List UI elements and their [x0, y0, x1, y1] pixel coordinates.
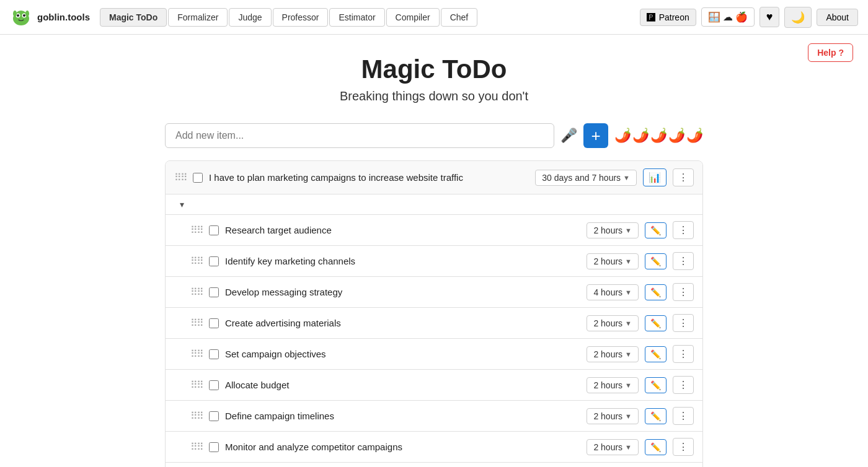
- edit-button[interactable]: ✏️: [645, 408, 666, 424]
- windows-icon[interactable]: 🪟: [708, 11, 720, 23]
- child-task-checkbox[interactable]: [209, 318, 219, 328]
- platform-icons: 🪟 ☁ 🍎: [701, 7, 755, 27]
- child-duration-value: 2 hours: [593, 225, 622, 235]
- android-icon[interactable]: ☁: [723, 11, 733, 23]
- pepper-1[interactable]: 🌶️: [614, 128, 631, 144]
- edit-button[interactable]: ✏️: [645, 253, 666, 269]
- child-task-duration[interactable]: 2 hours ▼: [587, 222, 639, 238]
- page-subtitle: Breaking things down so you don't: [165, 89, 703, 103]
- add-item-row: 🎤 + 🌶️ 🌶️ 🌶️ 🌶️ 🌶️: [165, 123, 703, 148]
- child-duration-value: 2 hours: [593, 380, 622, 390]
- heart-button[interactable]: ♥: [760, 7, 780, 27]
- nav-right: 🅿 Patreon 🪟 ☁ 🍎 ♥ 🌙 About: [640, 7, 858, 28]
- child-task-duration[interactable]: 2 hours ▼: [587, 253, 639, 269]
- pepper-5[interactable]: 🌶️: [686, 128, 703, 144]
- child-task: ⠿⠿ Allocate budget 2 hours ▼ ✏️ ⋮: [166, 370, 702, 401]
- edit-button[interactable]: ✏️: [645, 439, 666, 455]
- chart-button[interactable]: 📊: [643, 168, 666, 186]
- collapse-button[interactable]: ▾: [174, 197, 189, 212]
- child-menu-button[interactable]: ⋮: [673, 314, 694, 332]
- drag-handle-child[interactable]: ⠿⠿: [190, 348, 203, 360]
- child-task-checkbox[interactable]: [209, 225, 219, 235]
- child-task-text: Monitor and analyze competitor campaigns: [225, 442, 580, 452]
- child-menu-button[interactable]: ⋮: [673, 407, 694, 425]
- about-button[interactable]: About: [817, 9, 858, 26]
- child-task-duration[interactable]: 2 hours ▼: [587, 346, 639, 362]
- logo[interactable]: goblin.tools: [10, 6, 90, 28]
- parent-task-checkbox[interactable]: [193, 173, 203, 183]
- child-menu-button[interactable]: ⋮: [673, 376, 694, 394]
- child-task-checkbox[interactable]: [209, 256, 219, 266]
- parent-duration-arrow: ▼: [623, 174, 630, 181]
- child-task-checkbox[interactable]: [209, 349, 219, 359]
- child-menu-button[interactable]: ⋮: [673, 283, 694, 301]
- edit-button[interactable]: ✏️: [645, 377, 666, 393]
- help-button[interactable]: Help ?: [808, 43, 853, 62]
- child-task-duration[interactable]: 2 hours ▼: [587, 315, 639, 331]
- main-content: Magic ToDo Breaking things down so you d…: [155, 35, 713, 467]
- nav-tab-chef[interactable]: Chef: [441, 8, 478, 27]
- nav-tab-magic-todo[interactable]: Magic ToDo: [100, 8, 167, 27]
- child-task: ⠿⠿ Develop messaging strategy 4 hours ▼ …: [166, 277, 702, 308]
- pepper-3[interactable]: 🌶️: [650, 128, 667, 144]
- drag-handle-child[interactable]: ⠿⠿: [190, 441, 203, 453]
- child-duration-arrow: ▼: [625, 289, 632, 296]
- child-task-checkbox[interactable]: [209, 411, 219, 421]
- add-item-input[interactable]: [165, 123, 554, 148]
- parent-task-duration[interactable]: 30 days and 7 hours ▼: [535, 170, 637, 186]
- parent-duration-value: 30 days and 7 hours: [542, 173, 621, 183]
- nav-tab-judge[interactable]: Judge: [229, 8, 271, 27]
- parent-task-text: I have to plan marketing campaigns to in…: [209, 172, 529, 183]
- drag-handle-child[interactable]: ⠿⠿: [190, 317, 203, 329]
- child-menu-button[interactable]: ⋮: [673, 221, 694, 239]
- nav-tab-compiler[interactable]: Compiler: [386, 8, 440, 27]
- dark-mode-button[interactable]: 🌙: [784, 7, 812, 28]
- child-task: ⠿⠿ Identify key marketing channels 2 hou…: [166, 246, 702, 277]
- nav-tab-professor[interactable]: Professor: [273, 8, 329, 27]
- nav-tab-estimator[interactable]: Estimator: [329, 8, 384, 27]
- child-duration-value: 2 hours: [593, 411, 622, 421]
- drag-handle-child[interactable]: ⠿⠿: [190, 286, 203, 298]
- svg-point-5: [23, 14, 25, 17]
- child-task-duration[interactable]: 2 hours ▼: [587, 377, 639, 393]
- pepper-2[interactable]: 🌶️: [632, 128, 649, 144]
- nav-tabs: Magic ToDo Formalizer Judge Professor Es…: [100, 8, 477, 27]
- child-duration-value: 2 hours: [593, 349, 622, 359]
- apple-icon[interactable]: 🍎: [735, 11, 748, 23]
- parent-menu-button[interactable]: ⋮: [673, 168, 694, 186]
- svg-point-6: [13, 11, 17, 17]
- child-task-duration[interactable]: 2 hours ▼: [587, 408, 639, 424]
- logo-text: goblin.tools: [37, 12, 90, 22]
- edit-button[interactable]: ✏️: [645, 284, 666, 300]
- microphone-button[interactable]: 🎤: [560, 128, 577, 144]
- child-task: ⠿⠿ Research target audience 2 hours ▼ ✏️…: [166, 215, 702, 246]
- child-task-duration[interactable]: 2 hours ▼: [587, 439, 639, 455]
- child-task-text: Define campaign timelines: [225, 411, 580, 421]
- pepper-4[interactable]: 🌶️: [668, 128, 685, 144]
- drag-handle-child[interactable]: ⠿⠿: [190, 379, 203, 391]
- chevron-down-icon: ▾: [180, 199, 184, 209]
- child-task: ⠿⠿ Monitor and analyze competitor campai…: [166, 432, 702, 463]
- child-menu-button[interactable]: ⋮: [673, 438, 694, 456]
- child-task-checkbox[interactable]: [209, 442, 219, 452]
- drag-handle-child[interactable]: ⠿⠿: [190, 224, 203, 236]
- child-menu-button[interactable]: ⋮: [673, 345, 694, 363]
- child-task-checkbox[interactable]: [209, 287, 219, 297]
- edit-button[interactable]: ✏️: [645, 222, 666, 238]
- drag-handle-child[interactable]: ⠿⠿: [190, 255, 203, 267]
- add-item-button[interactable]: +: [583, 123, 608, 148]
- spice-level[interactable]: 🌶️ 🌶️ 🌶️ 🌶️ 🌶️: [614, 128, 703, 144]
- patreon-button[interactable]: 🅿 Patreon: [640, 9, 696, 26]
- edit-button[interactable]: ✏️: [645, 346, 666, 362]
- child-menu-button[interactable]: ⋮: [673, 252, 694, 270]
- parent-task: ⠿⠿ I have to plan marketing campaigns to…: [166, 161, 702, 194]
- nav-tab-formalizer[interactable]: Formalizer: [168, 8, 228, 27]
- drag-handle-parent[interactable]: ⠿⠿: [174, 172, 187, 183]
- edit-button[interactable]: ✏️: [645, 315, 666, 331]
- child-duration-arrow: ▼: [625, 443, 632, 451]
- child-task-checkbox[interactable]: [209, 380, 219, 390]
- drag-handle-child[interactable]: ⠿⠿: [190, 410, 203, 422]
- child-task-duration[interactable]: 4 hours ▼: [587, 284, 639, 300]
- child-task-text: Research target audience: [225, 225, 580, 235]
- child-task: ⠿⠿ Create advertising materials 2 hours …: [166, 308, 702, 339]
